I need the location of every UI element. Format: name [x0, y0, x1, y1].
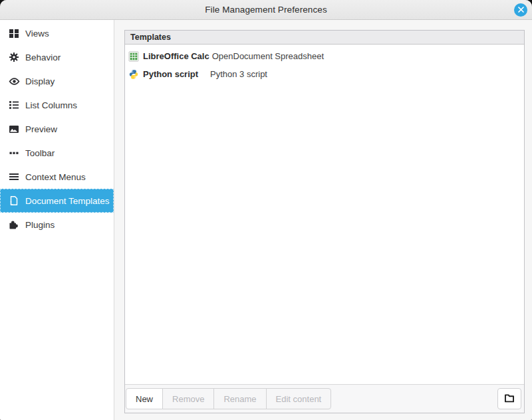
sidebar-item-label: Context Menus — [25, 172, 86, 182]
sidebar-item-label: Toolbar — [25, 148, 55, 158]
new-button[interactable]: New — [126, 388, 163, 409]
sidebar-item-label: Views — [25, 29, 49, 39]
open-templates-folder-button[interactable] — [497, 388, 521, 409]
content-area: Templates LibreOffice Calc OpenDocument … — [114, 20, 532, 420]
python-icon — [128, 69, 139, 80]
window-title: File Management Preferences — [205, 5, 327, 15]
sidebar-item-label: List Columns — [25, 100, 77, 110]
sidebar-item-views[interactable]: Views — [0, 21, 114, 45]
template-description: OpenDocument Spreadsheet — [212, 51, 324, 61]
sidebar-item-label: Preview — [25, 124, 57, 134]
gear-icon — [9, 52, 20, 63]
template-row[interactable]: Python script Python 3 script — [125, 65, 524, 83]
templates-panel: Templates LibreOffice Calc OpenDocument … — [124, 30, 525, 413]
menu-lines-icon — [9, 171, 20, 183]
templates-header-label: Templates — [130, 33, 171, 42]
eye-icon — [9, 76, 20, 87]
actions-bar: New Remove Rename Edit content — [125, 384, 524, 413]
template-name: LibreOffice Calc — [143, 51, 209, 61]
sidebar-item-context-menus[interactable]: Context Menus — [0, 165, 114, 189]
sidebar-item-document-templates[interactable]: Document Templates — [0, 189, 114, 213]
document-icon — [9, 195, 20, 207]
folder-icon — [503, 392, 515, 406]
close-button[interactable] — [514, 3, 527, 17]
preferences-window: File Management Preferences Views Behavi… — [0, 0, 532, 420]
sidebar: Views Behavior Display List Columns — [0, 20, 114, 420]
sidebar-item-label: Plugins — [25, 220, 55, 230]
sidebar-item-preview[interactable]: Preview — [0, 117, 114, 141]
sidebar-item-label: Document Templates — [25, 196, 110, 206]
sidebar-item-toolbar[interactable]: Toolbar — [0, 141, 114, 165]
sidebar-item-list-columns[interactable]: List Columns — [0, 93, 114, 117]
template-actions-group: New Remove Rename Edit content — [126, 388, 331, 409]
puzzle-icon — [9, 219, 20, 231]
dots-icon — [9, 148, 20, 159]
template-row[interactable]: LibreOffice Calc OpenDocument Spreadshee… — [125, 47, 524, 65]
titlebar: File Management Preferences — [0, 0, 532, 20]
image-icon — [9, 124, 20, 135]
sidebar-item-behavior[interactable]: Behavior — [0, 45, 114, 69]
grid-icon — [9, 28, 20, 39]
sidebar-item-display[interactable]: Display — [0, 69, 114, 93]
sidebar-item-label: Behavior — [25, 52, 61, 62]
close-icon — [517, 5, 525, 15]
sidebar-item-plugins[interactable]: Plugins — [0, 213, 114, 237]
templates-list: LibreOffice Calc OpenDocument Spreadshee… — [125, 45, 524, 384]
rename-button[interactable]: Rename — [213, 388, 266, 409]
template-name: Python script — [143, 69, 207, 79]
list-columns-icon — [9, 100, 20, 111]
remove-button[interactable]: Remove — [162, 388, 214, 409]
edit-content-button[interactable]: Edit content — [266, 388, 332, 409]
template-description: Python 3 script — [210, 69, 267, 79]
sidebar-item-label: Display — [25, 76, 55, 86]
libreoffice-calc-icon — [128, 51, 139, 62]
templates-column-header[interactable]: Templates — [125, 31, 524, 45]
